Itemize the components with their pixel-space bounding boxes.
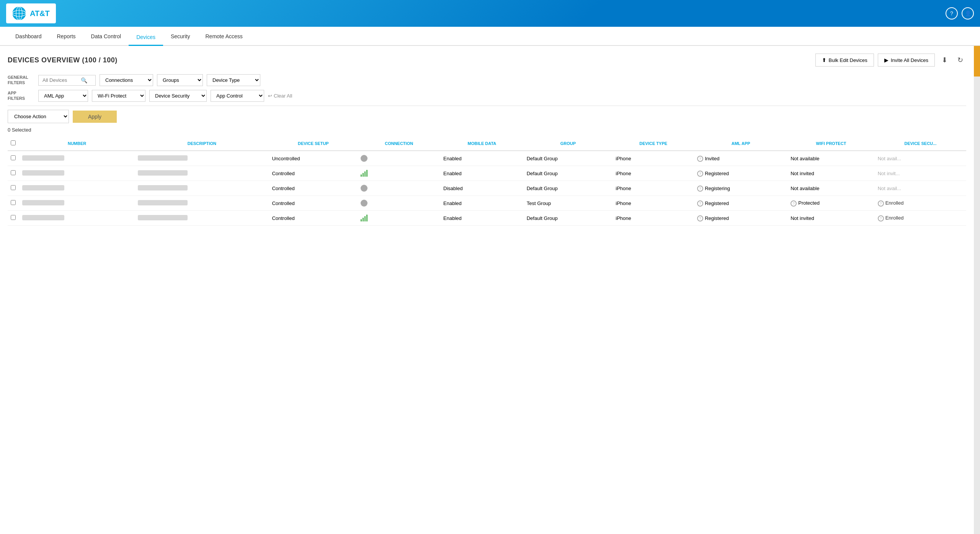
scrollbar-thumb[interactable] <box>974 46 980 77</box>
nav-bar: Dashboard Reports Data Control Devices S… <box>0 27 980 46</box>
nav-item-security[interactable]: Security <box>163 29 198 45</box>
col-group: GROUP <box>524 137 613 151</box>
row-checkbox[interactable] <box>11 185 16 190</box>
aml-app-cell: ?Registering <box>694 181 787 196</box>
select-all-checkbox[interactable] <box>11 140 16 145</box>
app-control-dropdown[interactable]: App Control <box>211 90 264 102</box>
mobile-data-cell: Enabled <box>440 211 524 226</box>
wifi-protect-cell: Not invited <box>787 211 874 226</box>
refresh-button[interactable]: ↻ <box>954 54 966 66</box>
aml-status-icon: ?Registering <box>697 186 730 192</box>
connection-dot-icon <box>361 185 368 192</box>
device-description-blurred <box>138 200 188 205</box>
table-row: UncontrolledEnabledDefault GroupiPhone?I… <box>8 151 966 166</box>
table-header-row: NUMBER DESCRIPTION DEVICE SETUP CONNECTI… <box>8 137 966 151</box>
search-box[interactable]: 🔍 <box>38 75 96 86</box>
nav-item-reports[interactable]: Reports <box>49 29 83 45</box>
nav-item-dashboard[interactable]: Dashboard <box>8 29 49 45</box>
table-row: ControlledEnabledDefault GroupiPhone?Reg… <box>8 211 966 226</box>
device-security-cell: Not avail... <box>875 151 966 166</box>
att-globe-icon <box>11 6 27 21</box>
device-description-blurred <box>138 155 188 161</box>
mobile-data-cell: Disabled <box>440 181 524 196</box>
upload-icon: ⬆ <box>822 57 826 63</box>
col-wifi-protect: WIFI PROTECT <box>787 137 874 151</box>
device-number-blurred <box>22 155 64 161</box>
general-filters-label: GENERALFILTERS <box>8 75 34 85</box>
connection-cell <box>358 166 440 181</box>
table-row: ControlledDisabledDefault GroupiPhone?Re… <box>8 181 966 196</box>
device-number-blurred <box>22 185 64 190</box>
scrollbar-track[interactable] <box>974 46 980 534</box>
group-cell: Default Group <box>524 181 613 196</box>
action-row: Choose Action Apply <box>8 110 966 123</box>
row-checkbox[interactable] <box>11 200 16 205</box>
wifi-protect-dropdown[interactable]: Wi-Fi Protect <box>92 90 145 102</box>
title-actions: ⬆ Bulk Edit Devices ▶ Invite All Devices… <box>815 54 966 67</box>
help-button[interactable]: ? <box>946 7 958 20</box>
aml-status-icon: ?Registered <box>697 171 729 177</box>
col-description: DESCRIPTION <box>135 137 269 151</box>
group-cell: Default Group <box>524 166 613 181</box>
device-security-cell: ?Enrolled <box>875 211 966 226</box>
group-cell: Default Group <box>524 151 613 166</box>
groups-dropdown[interactable]: Groups <box>157 74 203 86</box>
logo-area: AT&T <box>6 3 56 23</box>
row-checkbox[interactable] <box>11 170 16 175</box>
table-row: ControlledEnabledDefault GroupiPhone?Reg… <box>8 166 966 181</box>
aml-app-dropdown[interactable]: AML App <box>38 90 88 102</box>
nav-item-remote-access[interactable]: Remote Access <box>198 29 250 45</box>
row-checkbox[interactable] <box>11 215 16 220</box>
col-device-type: DEVICE TYPE <box>612 137 694 151</box>
wifi-protect-cell: ?Protected <box>787 196 874 211</box>
choose-action-select[interactable]: Choose Action <box>8 110 69 123</box>
wifi-protect-cell: Not available <box>787 181 874 196</box>
bulk-edit-button[interactable]: ⬆ Bulk Edit Devices <box>815 54 874 67</box>
mobile-data-cell: Enabled <box>440 196 524 211</box>
selected-count: 0 Selected <box>8 127 966 133</box>
device-description-blurred <box>138 170 188 176</box>
clear-all-button[interactable]: ↩ Clear All <box>268 93 292 99</box>
nav-item-data-control[interactable]: Data Control <box>83 29 129 45</box>
connection-dot-icon <box>361 155 368 162</box>
device-description-blurred <box>138 185 188 190</box>
nav-item-devices[interactable]: Devices <box>129 29 163 46</box>
device-number-blurred <box>22 215 64 220</box>
connection-bars-icon <box>361 170 368 177</box>
page-title: DEVICES OVERVIEW (100 / 100) <box>8 56 118 64</box>
invite-all-button[interactable]: ▶ Invite All Devices <box>878 54 935 67</box>
app-filters: APPFILTERS AML App Wi-Fi Protect Device … <box>8 90 966 102</box>
search-input[interactable] <box>42 77 81 83</box>
device-type-dropdown[interactable]: Device Type <box>207 74 260 86</box>
device-type-cell: iPhone <box>612 211 694 226</box>
connection-cell <box>358 181 440 196</box>
general-filters: GENERALFILTERS 🔍 Connections Groups Devi… <box>8 74 966 86</box>
group-cell: Test Group <box>524 196 613 211</box>
device-security-dropdown[interactable]: Device Security <box>149 90 207 102</box>
send-icon: ▶ <box>884 57 889 63</box>
page-title-row: DEVICES OVERVIEW (100 / 100) ⬆ Bulk Edit… <box>8 54 966 67</box>
header-icons: ? 👤 <box>946 7 974 20</box>
aml-status-icon: ?Invited <box>697 156 719 162</box>
logo-text: AT&T <box>30 9 50 18</box>
app-filters-label: APPFILTERS <box>8 91 34 101</box>
aml-app-cell: ?Invited <box>694 151 787 166</box>
device-security-cell: Not avail... <box>875 181 966 196</box>
download-button[interactable]: ⬇ <box>939 54 951 66</box>
device-type-cell: iPhone <box>612 196 694 211</box>
connection-dot-icon <box>361 200 368 207</box>
aml-app-cell: ?Registered <box>694 166 787 181</box>
row-checkbox[interactable] <box>11 155 16 160</box>
apply-button[interactable]: Apply <box>73 111 117 123</box>
group-cell: Default Group <box>524 211 613 226</box>
device-security-cell: ?Enrolled <box>875 196 966 211</box>
device-setup-cell: Controlled <box>269 166 358 181</box>
header: AT&T ? 👤 <box>0 0 980 27</box>
connections-dropdown[interactable]: Connections <box>100 74 153 86</box>
aml-app-cell: ?Registered <box>694 211 787 226</box>
device-type-cell: iPhone <box>612 151 694 166</box>
select-all-checkbox-header[interactable] <box>8 137 19 151</box>
aml-status-icon: ?Registered <box>697 215 729 221</box>
mobile-data-cell: Enabled <box>440 166 524 181</box>
user-button[interactable]: 👤 <box>962 7 974 20</box>
